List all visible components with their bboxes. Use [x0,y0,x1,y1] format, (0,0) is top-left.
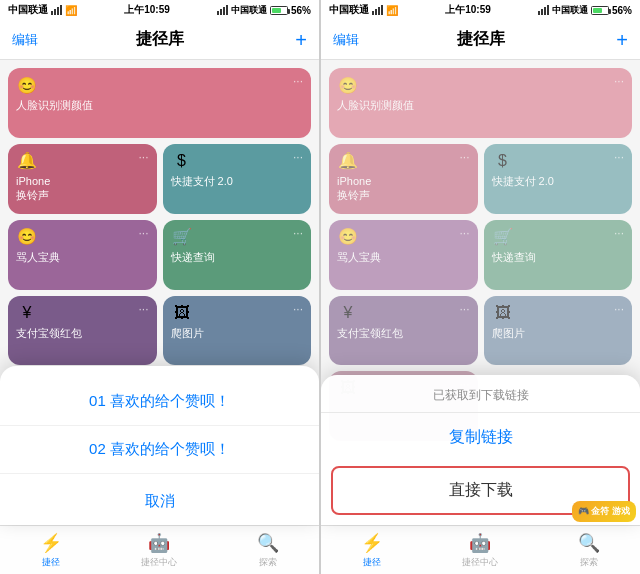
card-menu-dots[interactable]: ··· [293,302,303,316]
nav-bar-right: 编辑 捷径库 + [321,20,640,60]
smile-icon: 😊 [16,226,38,248]
card-menu-dots-r: ··· [614,226,624,240]
shortcut-express[interactable]: 🛒 ··· 快递查询 [163,220,312,290]
tab-explore-left[interactable]: 🔍 探索 [257,532,279,569]
shortcuts-icon-left: ⚡ [40,532,62,554]
card-title-scold: 骂人宝典 [16,250,149,264]
card-header: 😊 ··· [337,226,470,248]
card-title-express: 快递查询 [171,250,304,264]
tab-center-label-left: 捷径中心 [141,556,177,569]
status-right-right: 中国联通 56% [538,4,632,17]
card-menu-dots-r: ··· [614,74,624,88]
status-right-left: 中国联通 56% [217,4,311,17]
battery-pct-left: 56% [291,5,311,16]
shortcut-pay-r: $ ··· 快捷支付 2.0 [484,144,633,214]
cart-icon-r: 🛒 [492,226,514,248]
card-title-alipay-r: 支付宝领红包 [337,326,470,340]
tab-center-left[interactable]: 🤖 捷径中心 [141,532,177,569]
status-left-right: 中国联通 📶 [329,3,398,17]
battery-right [591,6,609,15]
edit-button-left[interactable]: 编辑 [12,31,38,49]
card-title-climb: 爬图片 [171,326,304,340]
shortcut-face[interactable]: 😊 ··· 人脸识别测颜值 [8,68,311,138]
yen-icon-r: ¥ [337,302,359,324]
cart-icon: 🛒 [171,226,193,248]
left-panel: 中国联通 📶 上午10:59 中国联通 56% 编辑 捷径库 + 😊 [0,0,319,574]
card-menu-dots-r: ··· [614,150,624,164]
card-title-face-r: 人脸识别测颜值 [337,98,624,112]
edit-button-right[interactable]: 编辑 [333,31,359,49]
card-menu-dots[interactable]: ··· [138,226,148,240]
card-header: 🖼 ··· [492,302,625,324]
card-header: 🔔 ··· [337,150,470,172]
time-right: 上午10:59 [445,3,491,17]
shortcut-alipay-r: ¥ ··· 支付宝领红包 [329,296,478,366]
card-menu-dots[interactable]: ··· [293,150,303,164]
card-header: 😊 ··· [337,74,624,96]
shortcut-ringtone[interactable]: 🔔 ··· iPhone换铃声 [8,144,157,214]
battery-pct-right: 56% [612,5,632,16]
tab-center-right[interactable]: 🤖 捷径中心 [462,532,498,569]
explore-icon-left: 🔍 [257,532,279,554]
action-item-2[interactable]: 02 喜欢的给个赞呗！ [0,426,319,474]
wifi-icon-left: 📶 [65,5,77,16]
battery-left [270,6,288,15]
nav-bar-left: 编辑 捷径库 + [0,20,319,60]
copy-link-button[interactable]: 复制链接 [321,412,640,462]
card-menu-dots-r: ··· [459,150,469,164]
shortcut-scold[interactable]: 😊 ··· 骂人宝典 [8,220,157,290]
card-title-scold-r: 骂人宝典 [337,250,470,264]
card-menu-dots[interactable]: ··· [293,226,303,240]
card-title-face: 人脸识别测颜值 [16,98,303,112]
image-icon-r: 🖼 [492,302,514,324]
watermark: 🎮 金符 游戏 [572,501,636,522]
card-menu-dots[interactable]: ··· [138,302,148,316]
shortcut-pay[interactable]: $ ··· 快捷支付 2.0 [163,144,312,214]
shortcut-climb-r: 🖼 ··· 爬图片 [484,296,633,366]
status-bar-left: 中国联通 📶 上午10:59 中国联通 56% [0,0,319,20]
card-menu-dots[interactable]: ··· [293,74,303,88]
page-title-left: 捷径库 [136,29,184,50]
shortcut-alipay[interactable]: ¥ ··· 支付宝领红包 [8,296,157,366]
tab-explore-right[interactable]: 🔍 探索 [578,532,600,569]
center-icon-left: 🤖 [148,532,170,554]
tab-bar-left: ⚡ 捷径 🤖 捷径中心 🔍 探索 [0,525,319,574]
tab-shortcuts-left[interactable]: ⚡ 捷径 [40,532,62,569]
shortcut-express-r: 🛒 ··· 快递查询 [484,220,633,290]
card-title-ringtone: iPhone换铃声 [16,174,149,203]
card-menu-dots[interactable]: ··· [138,150,148,164]
tab-bar-right: ⚡ 捷径 🤖 捷径中心 🔍 探索 [321,525,640,574]
card-header: 🔔 ··· [16,150,149,172]
image-icon: 🖼 [171,302,193,324]
shortcut-ringtone-r: 🔔 ··· iPhone换铃声 [329,144,478,214]
status-bar-right: 中国联通 📶 上午10:59 中国联通 56% [321,0,640,20]
explore-icon-right: 🔍 [578,532,600,554]
shortcuts-icon-right: ⚡ [361,532,383,554]
cancel-button[interactable]: 取消 [0,478,319,525]
bell-icon: 🔔 [16,150,38,172]
card-title-pay: 快捷支付 2.0 [171,174,304,188]
shortcut-climb[interactable]: 🖼 ··· 爬图片 [163,296,312,366]
card-header: $ ··· [171,150,304,172]
add-button-left[interactable]: + [295,30,307,50]
signal-bars-right [372,5,383,15]
tab-shortcuts-right[interactable]: ⚡ 捷径 [361,532,383,569]
tab-center-label-right: 捷径中心 [462,556,498,569]
center-icon-right: 🤖 [469,532,491,554]
card-header: ¥ ··· [337,302,470,324]
face-icon: 😊 [16,74,38,96]
signal-bars-left2 [217,5,228,15]
card-title-climb-r: 爬图片 [492,326,625,340]
smile-icon-r: 😊 [337,226,359,248]
card-title-ringtone-r: iPhone换铃声 [337,174,470,203]
card-header: 😊 ··· [16,226,149,248]
dollar-icon-r: $ [492,150,514,172]
card-title-alipay: 支付宝领红包 [16,326,149,340]
popup-header: 已获取到下载链接 [321,375,640,412]
tab-explore-label-left: 探索 [259,556,277,569]
signal-bars-right2 [538,5,549,15]
signal-bars-left [51,5,62,15]
add-button-right[interactable]: + [616,30,628,50]
action-item-1[interactable]: 01 喜欢的给个赞呗！ [0,378,319,426]
tab-shortcuts-label-left: 捷径 [42,556,60,569]
